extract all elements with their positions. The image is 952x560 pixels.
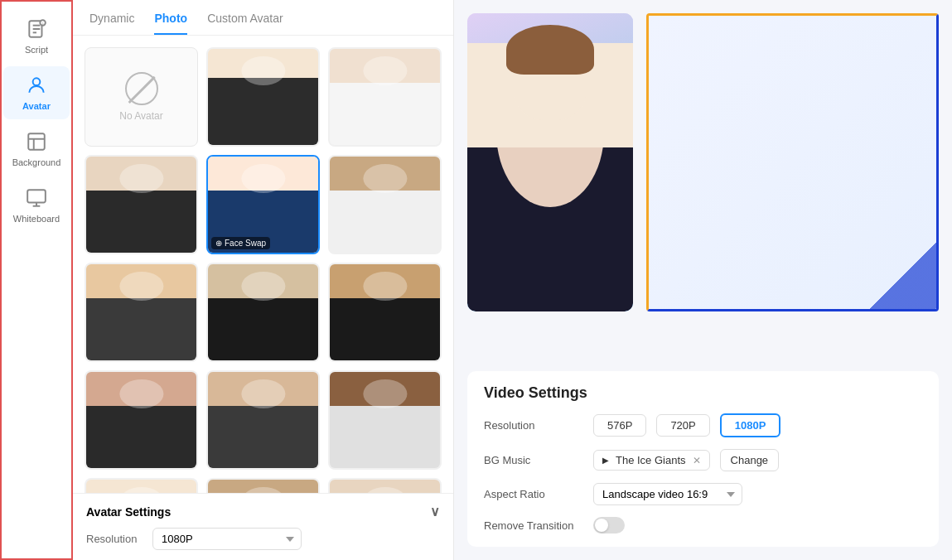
avatar-image-10 <box>208 372 318 468</box>
music-play-icon[interactable]: ▶ <box>602 456 609 465</box>
sidebar-avatar-label: Avatar <box>22 101 51 111</box>
whiteboard-preview <box>646 13 939 311</box>
music-name: The Ice Giants <box>616 454 686 466</box>
avatar-image-12 <box>86 480 196 493</box>
vs-aspect-label: Aspect Ratio <box>484 488 583 500</box>
remove-transition-toggle[interactable] <box>593 517 625 533</box>
avatar-image-9 <box>86 372 196 468</box>
avatar-cell-14[interactable]: VIP <box>328 478 442 493</box>
chevron-down-icon[interactable]: ∨ <box>430 504 440 519</box>
resolution-label: Resolution <box>86 533 144 545</box>
avatar-cell-6[interactable] <box>85 263 198 362</box>
right-panel: Video Settings Resolution 576P 720P 1080… <box>454 0 952 560</box>
vs-transition-label: Remove Transition <box>484 519 583 532</box>
face-swap-label: Face Swap <box>225 239 266 248</box>
avatar-image-2 <box>330 49 440 145</box>
sidebar-item-avatar[interactable]: Avatar <box>3 66 70 119</box>
music-close-icon[interactable]: ✕ <box>693 455 701 466</box>
svg-rect-10 <box>27 190 46 202</box>
vs-resolution-label: Resolution <box>484 419 583 432</box>
avatar-cell-1[interactable] <box>206 47 320 147</box>
avatar-cell-10[interactable] <box>206 370 320 470</box>
svg-point-6 <box>33 78 41 85</box>
avatar-image-14 <box>330 480 440 493</box>
sidebar-script-label: Script <box>25 45 48 55</box>
vs-aspect-row: Aspect Ratio Landscape video 16:9 Portra… <box>484 483 922 505</box>
aspect-ratio-select[interactable]: Landscape video 16:9 Portrait video 9:16… <box>593 483 742 505</box>
no-avatar-label: No Avatar <box>119 110 162 122</box>
avatar-cell-11[interactable] <box>328 370 442 470</box>
avatar-settings-title: Avatar Settings <box>86 505 171 519</box>
sidebar-background-label: Background <box>12 157 61 167</box>
vs-bgmusic-label: BG Music <box>484 454 583 466</box>
avatar-image-3 <box>86 157 196 253</box>
avatar-image-11 <box>330 372 440 468</box>
resolution-1080p-button[interactable]: 1080P <box>720 413 781 437</box>
avatar-image-5 <box>330 157 440 253</box>
video-settings-title: Video Settings <box>484 384 922 402</box>
avatar-preview-image <box>467 13 633 311</box>
avatar-settings-resolution-row: Resolution 1080P 720P 2K <box>86 528 440 550</box>
avatar-panel: Dynamic Photo Custom Avatar No Avatar <box>73 0 454 560</box>
avatar-cell-12[interactable] <box>85 478 198 493</box>
avatar-settings-header: Avatar Settings ∨ <box>86 504 440 519</box>
avatar-grid: No Avatar ⊕ <box>85 47 442 493</box>
avatar-image-8 <box>330 264 440 360</box>
resolution-720p-button[interactable]: 720P <box>656 414 709 437</box>
avatar-settings: Avatar Settings ∨ Resolution 1080P 720P … <box>73 493 453 560</box>
avatar-large-preview <box>467 13 633 311</box>
sidebar-whiteboard-label: Whiteboard <box>13 214 60 224</box>
avatar-cell-9[interactable] <box>85 370 198 470</box>
avatar-cell-5[interactable] <box>328 155 442 254</box>
avatar-cell-4[interactable]: ⊕ Face Swap <box>206 155 320 254</box>
tab-dynamic[interactable]: Dynamic <box>89 12 134 35</box>
face-swap-badge: ⊕ Face Swap <box>211 237 270 249</box>
avatar-image-13 <box>208 480 318 493</box>
no-avatar-icon <box>125 72 158 105</box>
video-settings-panel: Video Settings Resolution 576P 720P 1080… <box>467 371 939 547</box>
avatar-cell-8[interactable] <box>328 263 442 362</box>
resolution-576p-button[interactable]: 576P <box>593 414 646 437</box>
avatar-grid-container: No Avatar ⊕ <box>73 36 453 493</box>
tab-custom-avatar[interactable]: Custom Avatar <box>207 12 283 35</box>
sidebar: ♪ Script Avatar Background <box>0 0 73 560</box>
svg-text:♪: ♪ <box>41 21 44 26</box>
avatar-image-1 <box>208 49 318 145</box>
avatar-cell-2[interactable] <box>328 47 442 147</box>
preview-area <box>467 13 939 358</box>
main-content: Dynamic Photo Custom Avatar No Avatar <box>73 0 952 560</box>
avatar-cell-7[interactable] <box>206 263 320 362</box>
sidebar-item-whiteboard[interactable]: Whiteboard <box>3 179 70 232</box>
avatar-resolution-select[interactable]: 1080P 720P 2K <box>152 528 302 550</box>
music-change-button[interactable]: Change <box>720 449 780 471</box>
whiteboard-icon <box>26 187 47 210</box>
vs-transition-row: Remove Transition <box>484 517 922 533</box>
avatar-image-7 <box>208 264 318 360</box>
blue-corner-decoration <box>870 243 936 309</box>
avatar-cell-3[interactable] <box>85 155 198 254</box>
svg-rect-7 <box>28 133 45 150</box>
music-control: ▶ The Ice Giants ✕ <box>593 450 710 471</box>
script-icon: ♪ <box>26 18 47 41</box>
avatar-icon <box>26 75 47 98</box>
vs-bgmusic-row: BG Music ▶ The Ice Giants ✕ Change <box>484 449 922 471</box>
avatar-image-6 <box>86 264 196 360</box>
avatar-cell-13[interactable] <box>206 478 320 493</box>
tab-photo[interactable]: Photo <box>154 12 187 35</box>
tab-bar: Dynamic Photo Custom Avatar <box>73 0 453 36</box>
vs-resolution-row: Resolution 576P 720P 1080P <box>484 413 922 437</box>
no-avatar-cell[interactable]: No Avatar <box>85 47 198 147</box>
sidebar-item-script[interactable]: ♪ Script <box>3 10 70 63</box>
face-swap-icon: ⊕ <box>215 239 222 248</box>
background-icon <box>26 131 47 154</box>
sidebar-item-background[interactable]: Background <box>3 123 70 176</box>
